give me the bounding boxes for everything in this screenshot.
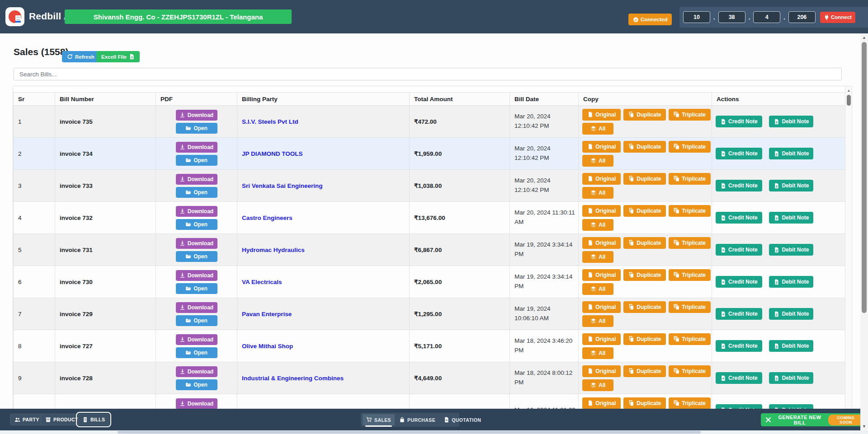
billing-party-link[interactable]: VA Electricals bbox=[242, 279, 282, 285]
debit-note-button[interactable]: Debit Note bbox=[769, 116, 813, 127]
download-button[interactable]: Download bbox=[176, 270, 217, 281]
copy-triplicate-button[interactable]: Triplicate bbox=[669, 205, 711, 217]
tab-quotation[interactable]: QUOTATION bbox=[440, 414, 485, 425]
copy-triplicate-button[interactable]: Triplicate bbox=[669, 141, 711, 153]
open-button[interactable]: Open bbox=[176, 187, 217, 198]
copy-all-button[interactable]: All bbox=[582, 251, 613, 263]
copy-duplicate-button[interactable]: Duplicate bbox=[623, 269, 666, 281]
table-scrollbar[interactable]: ▲ bbox=[845, 86, 852, 410]
copy-original-button[interactable]: Original bbox=[582, 269, 621, 281]
credit-note-button[interactable]: Credit Note bbox=[716, 148, 762, 159]
download-button[interactable]: Download bbox=[176, 110, 217, 121]
tab-sales[interactable]: SALES bbox=[363, 414, 395, 425]
billing-party-link[interactable]: Hydromac Hydraulics bbox=[242, 247, 305, 253]
credit-note-button[interactable]: Credit Note bbox=[716, 372, 762, 384]
copy-triplicate-button[interactable]: Triplicate bbox=[669, 109, 711, 121]
download-button[interactable]: Download bbox=[176, 302, 217, 313]
debit-note-button[interactable]: Debit Note bbox=[769, 372, 813, 384]
ip-octet-4-input[interactable] bbox=[788, 11, 816, 23]
credit-note-button[interactable]: Credit Note bbox=[716, 244, 762, 256]
copy-triplicate-button[interactable]: Triplicate bbox=[669, 397, 711, 409]
copy-original-button[interactable]: Original bbox=[582, 301, 621, 313]
copy-original-button[interactable]: Original bbox=[582, 109, 621, 121]
copy-all-button[interactable]: All bbox=[582, 315, 613, 327]
open-button[interactable]: Open bbox=[176, 251, 217, 262]
nav-bills-button[interactable]: BILLS bbox=[78, 414, 109, 425]
open-button[interactable]: Open bbox=[176, 155, 217, 166]
open-button[interactable]: Open bbox=[176, 123, 217, 134]
copy-all-button[interactable]: All bbox=[582, 379, 613, 391]
tab-purchase[interactable]: PURCHASE bbox=[396, 414, 439, 425]
billing-party-link[interactable]: Pavan Enterprise bbox=[242, 311, 292, 317]
connect-button[interactable]: Connect bbox=[820, 12, 855, 23]
credit-note-button[interactable]: Credit Note bbox=[716, 116, 762, 127]
copy-original-button[interactable]: Original bbox=[582, 237, 621, 249]
copy-triplicate-button[interactable]: Triplicate bbox=[669, 269, 711, 281]
credit-note-button[interactable]: Credit Note bbox=[716, 180, 762, 191]
copy-all-button[interactable]: All bbox=[582, 347, 613, 359]
open-button[interactable]: Open bbox=[176, 219, 217, 230]
horizontal-scrollbar-thumb[interactable] bbox=[118, 431, 701, 434]
table-scrollbar-thumb[interactable] bbox=[847, 95, 851, 106]
download-button[interactable]: Download bbox=[176, 398, 217, 409]
copy-duplicate-button[interactable]: Duplicate bbox=[623, 397, 666, 409]
billing-party-link[interactable]: S.I.V. Steels Pvt Ltd bbox=[242, 118, 298, 125]
credit-note-button[interactable]: Credit Note bbox=[716, 276, 762, 288]
download-button[interactable]: Download bbox=[176, 142, 217, 153]
copy-original-button[interactable]: Original bbox=[582, 333, 621, 345]
copy-original-button[interactable]: Original bbox=[582, 141, 621, 153]
copy-duplicate-button[interactable]: Duplicate bbox=[623, 205, 666, 217]
copy-triplicate-button[interactable]: Triplicate bbox=[669, 173, 711, 185]
download-button[interactable]: Download bbox=[176, 238, 217, 249]
copy-all-button[interactable]: All bbox=[582, 283, 613, 295]
billing-party-link[interactable]: Castro Engineers bbox=[242, 215, 292, 221]
download-button[interactable]: Download bbox=[176, 174, 217, 185]
copy-duplicate-button[interactable]: Duplicate bbox=[623, 333, 666, 345]
scroll-up-icon[interactable]: ▲ bbox=[860, 35, 868, 40]
copy-all-button[interactable]: All bbox=[582, 219, 613, 231]
copy-original-button[interactable]: Original bbox=[582, 365, 621, 377]
ip-octet-1-input[interactable] bbox=[683, 11, 710, 23]
open-button[interactable]: Open bbox=[176, 283, 217, 294]
generate-new-bill-button[interactable]: GENERATE NEW BILL COMING SOON bbox=[761, 413, 868, 426]
page-horizontal-scrollbar[interactable] bbox=[0, 430, 868, 434]
download-button[interactable]: Download bbox=[176, 366, 217, 377]
credit-note-button[interactable]: Credit Note bbox=[716, 340, 762, 352]
billing-party-link[interactable]: Olive Mithai Shop bbox=[242, 343, 293, 350]
open-button[interactable]: Open bbox=[176, 347, 217, 358]
debit-note-button[interactable]: Debit Note bbox=[769, 212, 813, 224]
copy-original-button[interactable]: Original bbox=[582, 173, 621, 185]
scroll-down-icon[interactable]: ▼ bbox=[860, 424, 868, 429]
ip-octet-3-input[interactable] bbox=[753, 11, 780, 23]
copy-duplicate-button[interactable]: Duplicate bbox=[623, 173, 666, 185]
billing-party-link[interactable]: Industrial & Engineering Combines bbox=[242, 375, 344, 382]
copy-all-button[interactable]: All bbox=[582, 187, 613, 199]
ip-octet-2-input[interactable] bbox=[718, 11, 745, 23]
debit-note-button[interactable]: Debit Note bbox=[769, 308, 813, 320]
credit-note-button[interactable]: Credit Note bbox=[716, 212, 762, 224]
company-badge[interactable]: Shivansh Engg. Co - ZZEHJPS1730R1ZL - Te… bbox=[65, 9, 292, 24]
page-scrollbar-thumb[interactable] bbox=[862, 42, 867, 313]
copy-duplicate-button[interactable]: Duplicate bbox=[623, 365, 666, 377]
copy-duplicate-button[interactable]: Duplicate bbox=[623, 237, 666, 249]
table-scroll-up-icon[interactable]: ▲ bbox=[845, 89, 852, 93]
open-button[interactable]: Open bbox=[176, 379, 217, 390]
copy-duplicate-button[interactable]: Duplicate bbox=[623, 141, 666, 153]
refresh-button[interactable]: Refresh bbox=[62, 51, 99, 62]
copy-triplicate-button[interactable]: Triplicate bbox=[669, 333, 711, 345]
copy-duplicate-button[interactable]: Duplicate bbox=[623, 109, 666, 121]
credit-note-button[interactable]: Credit Note bbox=[716, 308, 762, 320]
excel-file-button[interactable]: Excell File bbox=[96, 51, 140, 62]
page-vertical-scrollbar[interactable]: ▲ ▼ bbox=[860, 33, 868, 430]
debit-note-button[interactable]: Debit Note bbox=[769, 148, 813, 159]
debit-note-button[interactable]: Debit Note bbox=[769, 244, 813, 256]
nav-party-button[interactable]: PARTY bbox=[10, 414, 44, 425]
copy-original-button[interactable]: Original bbox=[582, 397, 621, 409]
copy-triplicate-button[interactable]: Triplicate bbox=[669, 301, 711, 313]
download-button[interactable]: Download bbox=[176, 206, 217, 217]
copy-triplicate-button[interactable]: Triplicate bbox=[669, 365, 711, 377]
copy-triplicate-button[interactable]: Triplicate bbox=[669, 237, 711, 249]
debit-note-button[interactable]: Debit Note bbox=[769, 180, 813, 191]
debit-note-button[interactable]: Debit Note bbox=[769, 340, 813, 352]
billing-party-link[interactable]: Sri Venkata Sai Engineering bbox=[242, 182, 323, 189]
